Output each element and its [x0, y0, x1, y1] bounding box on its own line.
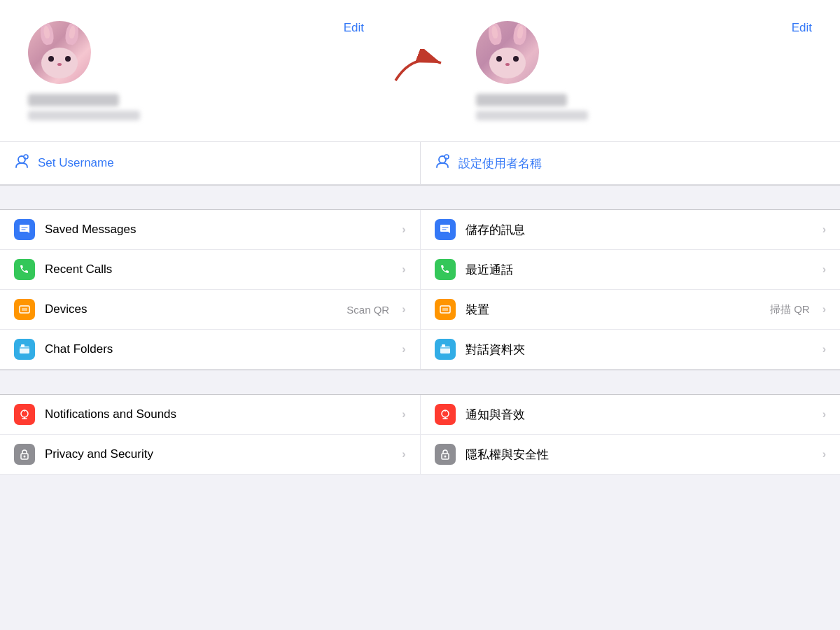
settings-icon-right [435, 259, 456, 280]
chevron-left: › [402, 263, 405, 276]
right-profile-panel: Edit [462, 21, 826, 120]
left-profile-name [28, 94, 119, 106]
settings-item-left-3[interactable]: Chat Folders› [0, 330, 421, 369]
settings-item-right-3[interactable]: 對話資料夾› [421, 330, 841, 369]
separator-2 [0, 370, 840, 395]
settings-label-right: 隱私權與安全性 [465, 447, 813, 463]
chevron-right: › [822, 303, 826, 316]
settings-icon-right [435, 404, 456, 425]
left-edit-button[interactable]: Edit [344, 21, 364, 35]
settings-icon-right [435, 339, 456, 360]
settings-group-2: Notifications and Sounds›通知與音效›Privacy a… [0, 395, 840, 475]
settings-icon-left [14, 339, 35, 360]
settings-item-left-0[interactable]: Saved Messages› [0, 210, 421, 249]
settings-label-left: Devices [45, 302, 337, 316]
settings-row: Chat Folders›對話資料夾› [0, 330, 840, 370]
settings-sub-left: Scan QR [346, 304, 389, 316]
chevron-right: › [822, 223, 826, 236]
chevron-left: › [402, 448, 405, 461]
settings-icon-right [435, 444, 456, 465]
chevron-right: › [822, 343, 826, 356]
set-username-label-left: Set Username [38, 156, 114, 170]
profiles-section: Edit [0, 0, 840, 142]
svg-point-22 [444, 456, 446, 458]
chevron-left: › [402, 303, 405, 316]
settings-item-left-0[interactable]: Notifications and Sounds› [0, 395, 421, 434]
right-profile-info [476, 94, 588, 120]
svg-rect-10 [442, 308, 448, 311]
svg-point-16 [24, 410, 25, 412]
set-username-label-right: 設定使用者名稱 [458, 155, 542, 172]
settings-label-left: Saved Messages [45, 223, 392, 237]
chevron-right: › [822, 448, 826, 461]
right-edit-button[interactable]: Edit [792, 21, 812, 35]
settings-icon-right [435, 219, 456, 240]
separator-1 [0, 185, 840, 210]
right-profile-name [476, 94, 567, 106]
settings-label-right: 裝置 [465, 302, 761, 318]
settings-icon-left [14, 404, 35, 425]
settings-icon-left [14, 259, 35, 280]
settings-item-left-2[interactable]: DevicesScan QR› [0, 290, 421, 329]
settings-icon-left [14, 444, 35, 465]
settings-item-right-0[interactable]: 儲存的訊息› [421, 210, 841, 249]
set-username-right[interactable]: + 設定使用者名稱 [421, 142, 841, 185]
settings-label-left: Privacy and Security [45, 447, 392, 461]
svg-rect-8 [22, 308, 27, 311]
settings-label-left: Recent Calls [45, 262, 392, 276]
chevron-left: › [402, 223, 405, 236]
arrow-container [378, 21, 462, 91]
settings-item-right-1[interactable]: 最近通話› [421, 250, 841, 289]
svg-text:+: + [24, 155, 27, 160]
settings-label-left: Chat Folders [45, 342, 392, 356]
chevron-right: › [822, 263, 826, 276]
settings-item-left-1[interactable]: Privacy and Security› [0, 435, 421, 474]
set-username-left[interactable]: + Set Username [0, 142, 421, 185]
settings-item-right-1[interactable]: 隱私權與安全性› [421, 435, 841, 474]
settings-icon-left [14, 219, 35, 240]
chevron-left: › [402, 343, 405, 356]
settings-label-right: 通知與音效 [465, 407, 813, 423]
settings-row: Privacy and Security›隱私權與安全性› [0, 435, 840, 475]
settings-item-right-2[interactable]: 裝置掃描 QR› [421, 290, 841, 329]
settings-label-left: Notifications and Sounds [45, 407, 392, 421]
left-profile-panel: Edit [14, 21, 378, 120]
left-profile-username [28, 111, 140, 120]
settings-row: Notifications and Sounds›通知與音效› [0, 395, 840, 435]
svg-point-20 [24, 456, 26, 458]
username-section: + Set Username + 設定使用者名稱 [0, 142, 840, 185]
settings-label-right: 儲存的訊息 [465, 222, 813, 238]
svg-rect-14 [442, 344, 445, 347]
chevron-right: › [822, 408, 826, 421]
settings-label-right: 最近通話 [465, 262, 813, 278]
svg-text:+: + [444, 155, 447, 160]
arrow-icon [392, 49, 448, 91]
settings-group-1: Saved Messages›儲存的訊息›Recent Calls›最近通話›D… [0, 210, 840, 370]
settings-label-right: 對話資料夾 [465, 342, 813, 358]
right-avatar[interactable] [476, 21, 539, 84]
left-profile-info [28, 94, 140, 120]
settings-row: DevicesScan QR›裝置掃描 QR› [0, 290, 840, 330]
settings-row: Recent Calls›最近通話› [0, 250, 840, 290]
settings-row: Saved Messages›儲存的訊息› [0, 210, 840, 250]
username-icon-right: + [435, 153, 450, 173]
chevron-left: › [402, 408, 405, 421]
settings-item-right-0[interactable]: 通知與音效› [421, 395, 841, 434]
settings-item-left-1[interactable]: Recent Calls› [0, 250, 421, 289]
left-avatar[interactable] [28, 21, 91, 84]
username-icon-left: + [14, 153, 29, 173]
svg-rect-12 [21, 344, 24, 347]
settings-icon-left [14, 299, 35, 320]
svg-point-18 [444, 410, 446, 412]
settings-sub-right: 掃描 QR [770, 303, 810, 316]
settings-icon-right [435, 299, 456, 320]
right-profile-username [476, 111, 588, 120]
